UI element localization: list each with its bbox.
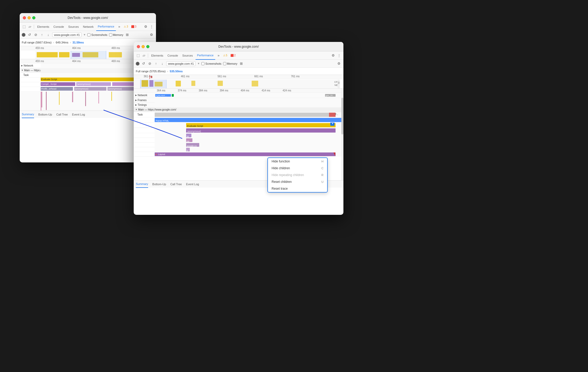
bg-upload-icon[interactable]: ↑ [40, 32, 44, 37]
fg-more-tabs-icon[interactable]: » [216, 53, 221, 58]
bg-tab-network[interactable]: Network [82, 23, 95, 31]
fg-window-title: DevTools - www.google.com/ [218, 45, 259, 48]
fg-memory-checkbox[interactable]: Memory [223, 62, 238, 65]
bg-bottom-tab-calltree[interactable]: Call Tree [56, 111, 68, 118]
fg-googlecv-bar[interactable]: google.cv [186, 143, 199, 147]
fg-maximize-button[interactable] [146, 45, 149, 48]
bg-clear-icon[interactable]: ⊘ [33, 32, 38, 37]
fg-w-bar[interactable]: W [186, 134, 191, 137]
bg-compil-bar[interactable]: Compil...Script [41, 82, 75, 86]
bg-tick-mid1: 459 ms [35, 60, 44, 63]
bg-inspect-icon[interactable]: ⬚ [22, 24, 26, 29]
fg-devtools-window: DevTools - www.google.com/ ⬚ ▱ Elements … [134, 42, 343, 215]
bg-range-highlight: 31.59ms [72, 41, 84, 44]
bg-device-icon[interactable]: ▱ [28, 24, 32, 29]
fg-memory-icon[interactable]: ⊞ [239, 61, 244, 66]
context-menu: Hide function H Hide children C Hide rep… [267, 157, 328, 193]
bg-memory-checkbox[interactable]: Memory [109, 33, 123, 36]
bg-reload-icon[interactable]: ↺ [27, 32, 32, 37]
fg-close-button[interactable] [137, 45, 140, 48]
fg-frames-expand[interactable]: ▶ [135, 99, 137, 101]
fg-anon-row: (anonymous) [134, 128, 343, 133]
fg-eval-dropdown-btn[interactable]: ▾ [330, 123, 335, 126]
fg-layout-bar[interactable]: ▸ Layout [155, 152, 336, 156]
fg-range-highlight: 535.50ms [170, 70, 183, 73]
fg-upload-icon[interactable]: ↑ [154, 61, 158, 66]
bg-download-icon[interactable]: ↓ [46, 32, 51, 37]
fg-record-button[interactable] [136, 62, 139, 65]
fg-eval-script-content: Evaluate Script ▾ [155, 123, 343, 128]
bg-url-dropdown[interactable]: ▼ [83, 33, 86, 36]
fg-settings2-icon[interactable]: ⚙ [337, 61, 341, 66]
bg-record-button[interactable] [22, 33, 25, 37]
bg-tab-performance[interactable]: Performance [96, 23, 116, 31]
fg-bottom-tab-calltree[interactable]: Call Tree [170, 180, 182, 188]
fg-eval-script-bar[interactable]: Evaluate Script [186, 123, 336, 127]
bg-tab-elements[interactable]: Elements [36, 23, 51, 31]
fg-timings-expand[interactable]: ▶ [135, 104, 137, 106]
bg-error-badge: 🟥 3 [130, 25, 137, 28]
fg-frames-row: ▶ Frames [134, 98, 343, 103]
bg-tick2: 464 ms [72, 47, 81, 50]
bg-profil-bar[interactable]: Profili...erhead [41, 87, 73, 91]
bg-main-expand[interactable]: ▼ [21, 69, 23, 72]
menu-item-hide-children[interactable]: Hide children C [268, 165, 327, 172]
bg-anon1-bar[interactable]: (anonymous) [76, 82, 111, 86]
bg-bottom-tab-eventlog[interactable]: Event Log [72, 111, 85, 118]
bg-url-bar[interactable]: www.google.com #1 [52, 32, 82, 37]
fg-bottom-tab-bottomup[interactable]: Bottom-Up [152, 180, 166, 188]
fg-separator-1 [148, 53, 148, 58]
fg-tab-console[interactable]: Console [166, 51, 180, 60]
bg-tab-console[interactable]: Console [52, 23, 66, 31]
bg-more-tabs-icon[interactable]: » [117, 24, 122, 29]
fg-net-bar-files[interactable]: n,jsa,mb4... [155, 94, 171, 97]
bg-screenshots-checkbox[interactable]: Screenshots [87, 33, 107, 36]
fg-task-bar[interactable] [155, 113, 336, 117]
fg-settings-icon[interactable]: ⚙ [331, 53, 336, 58]
menu-item-reset-trace[interactable]: Reset trace [268, 185, 327, 192]
menu-item-reset-children[interactable]: Reset children U [268, 178, 327, 185]
fg-main-expand[interactable]: ▼ [135, 108, 137, 111]
bg-bottom-tab-summary[interactable]: Summary [22, 111, 34, 118]
fg-anon-bar[interactable]: (anonymous) [186, 128, 336, 133]
fg-p-bar[interactable]: p [186, 148, 190, 151]
fg-network-expand[interactable]: ▶ [135, 94, 137, 96]
fg-download-icon[interactable]: ↓ [160, 61, 165, 66]
bg-maximize-button[interactable] [32, 16, 35, 19]
fg-minitick2: 461 ms [181, 75, 190, 78]
bg-recording-bar: ↺ ⊘ ↑ ↓ www.google.com #1 ▼ Screenshots … [20, 31, 156, 39]
bg-minimize-button[interactable] [28, 16, 31, 19]
fg-url-dropdown[interactable]: ▼ [197, 62, 200, 65]
fg-network-content: n,jsa,mb4... gen_20... [155, 93, 343, 98]
fg-parse-bar[interactable]: Parse HTML [155, 118, 343, 122]
fg-url-bar[interactable]: www.google.com #1 [166, 61, 196, 66]
fg-tab-elements[interactable]: Elements [150, 51, 165, 60]
fg-minimize-button[interactable] [142, 45, 145, 48]
bg-close-button[interactable] [23, 16, 26, 19]
fg-reload-icon[interactable]: ↺ [141, 61, 146, 66]
fg-ea-bar[interactable]: ea [186, 138, 192, 142]
fg-net-bar-gen[interactable]: gen_20... [325, 94, 336, 97]
fg-titlebar: DevTools - www.google.com/ [134, 42, 343, 51]
fg-more-icon[interactable]: ⋮ [337, 53, 341, 58]
menu-item-hide-function[interactable]: Hide function H [268, 158, 327, 165]
fg-tab-sources[interactable]: Sources [181, 51, 194, 60]
bg-bottom-tab-bottomup[interactable]: Bottom-Up [38, 111, 52, 118]
fg-inspect-icon[interactable]: ⬚ [136, 53, 141, 58]
bg-memory-icon[interactable]: ⊞ [125, 32, 130, 37]
bg-settings2-icon[interactable]: ⚙ [149, 32, 154, 37]
fg-clear-icon[interactable]: ⊘ [147, 61, 152, 66]
fg-bottom-tab-summary[interactable]: Summary [136, 180, 148, 188]
fg-screenshots-checkbox[interactable]: Screenshots [201, 62, 221, 65]
bg-more-icon[interactable]: ⋮ [149, 24, 154, 29]
fg-w-content: W [155, 133, 343, 138]
bg-titlebar: DevTools - www.google.com/ [20, 13, 156, 23]
bg-network-expand[interactable]: ▶ [21, 64, 23, 67]
fg-device-icon[interactable]: ▱ [142, 53, 146, 58]
fg-tab-performance[interactable]: Performance [196, 51, 215, 60]
fg-bottom-tab-eventlog[interactable]: Event Log [186, 180, 199, 188]
fg-scrollbar[interactable] [341, 89, 343, 180]
bg-settings-icon[interactable]: ⚙ [143, 24, 148, 29]
bg-anon3-bar[interactable]: (anonymous) [74, 87, 106, 91]
bg-tab-sources[interactable]: Sources [67, 23, 80, 31]
